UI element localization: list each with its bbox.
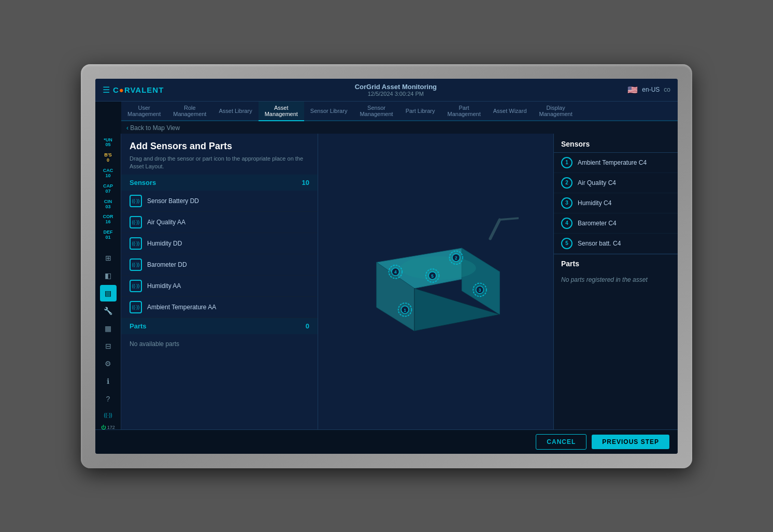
sidebar-un: *UN05 [104, 138, 112, 148]
sensors-count: 10 [302, 179, 309, 186]
tab-role-management[interactable]: RoleManagement [167, 102, 212, 121]
sensor-name: Air Quality AA [147, 219, 185, 226]
top-right: 🇺🇸 en-US co [627, 85, 670, 95]
sensor-list: ((·)) Sensor Battery DD ((·)) Air Qualit… [121, 191, 318, 429]
tab-asset-wizard[interactable]: Asset Wizard [487, 102, 533, 121]
parts-empty: No available parts [121, 334, 318, 354]
sidebar-left: *UN05 B'S0 CAC10 CAP07 CIN03 COR16 DEF01… [95, 134, 121, 429]
list-item: 5 Sensor batt. C4 [554, 234, 678, 254]
parts-count: 0 [306, 322, 309, 330]
locale-flag: 🇺🇸 [627, 85, 638, 95]
sensor-name: Ambient Temperature C4 [578, 159, 647, 166]
svg-text:5: 5 [431, 274, 434, 279]
main-content: *UN05 B'S0 CAC10 CAP07 CIN03 COR16 DEF01… [95, 134, 678, 429]
sidebar-gear-icon[interactable]: ⚙ [100, 355, 117, 372]
sensors-label: Sensors [130, 179, 156, 186]
list-item[interactable]: ((·)) Humidity DD [121, 233, 318, 254]
parts-section-header: Parts 0 [121, 318, 318, 334]
sidebar-cor: COR16 [103, 214, 113, 225]
user-icon[interactable]: co [664, 86, 670, 93]
breadcrumb[interactable]: ‹ Back to Map View [121, 121, 678, 134]
previous-step-button[interactable]: PREVIOUS STEP [592, 435, 669, 449]
tab-sensor-library[interactable]: Sensor Library [304, 102, 354, 121]
no-parts-message: No parts registered in the asset [554, 271, 678, 289]
sensor-name: Sensor Battery DD [147, 197, 199, 205]
sidebar-def: DEF01 [104, 230, 113, 240]
svg-text:2: 2 [455, 256, 457, 261]
sidebar-table-icon[interactable]: ▦ [100, 320, 117, 337]
sensor-name: Air Quality C4 [578, 179, 616, 186]
sensor-icon: ((·)) [130, 237, 142, 250]
sensor-icon: ((·)) [130, 195, 142, 207]
sensor-name: Barometer C4 [578, 220, 617, 227]
panel-subtitle: Drag and drop the sensor or part icon to… [130, 155, 309, 171]
tab-part-library[interactable]: Part Library [399, 102, 441, 121]
panel-left-header: Add Sensors and Parts Drag and drop the … [121, 134, 318, 175]
panel-center: 4 2 5 3 [318, 134, 553, 429]
list-item[interactable]: ((·)) Humidity AA [121, 276, 318, 297]
top-bar: ☰ C●RVALENT CorGrid Asset Monitoring 12/… [95, 79, 678, 102]
sidebar-wrench-icon[interactable]: 🔧 [100, 303, 117, 319]
locale-label[interactable]: en-US [642, 86, 660, 93]
svg-text:4: 4 [394, 270, 397, 275]
sidebar-minus-icon[interactable]: ⊟ [100, 338, 117, 354]
bottom-bar: CANCEL PREVIOUS STEP [95, 429, 678, 454]
sensor-icon: ((·)) [130, 301, 142, 313]
sidebar-icon-group: ⊞ ◧ ▤ 🔧 ▦ ⊟ ⚙ ℹ ? [100, 250, 117, 407]
sensor-name: Humidity AA [147, 282, 181, 290]
svg-text:1: 1 [404, 308, 406, 313]
right-sensors-title: Sensors [554, 134, 678, 153]
list-item[interactable]: ((·)) Sensor Battery DD [121, 191, 318, 212]
center-title: CorGrid Asset Monitoring 12/5/2024 3:00:… [355, 83, 437, 97]
app-title: CorGrid Asset Monitoring [355, 83, 437, 91]
logo-area: ☰ C●RVALENT [103, 85, 164, 95]
sidebar-bs: B'S0 [104, 153, 112, 163]
sidebar-power1: ⏻ 172 [101, 425, 115, 429]
sensor-name: Barometer DD [147, 261, 187, 268]
tab-user-management[interactable]: UserManagement [121, 102, 167, 121]
list-item: 3 Humidity C4 [554, 193, 678, 213]
sensor-badge: 5 [561, 238, 572, 249]
sensor-name: Ambient Temperature AA [147, 304, 216, 311]
sidebar-signal-icon: ((·)) [100, 407, 117, 424]
svg-point-6 [400, 256, 476, 280]
svg-line-1 [499, 218, 519, 220]
sensor-name: Sensor batt. C4 [578, 240, 621, 247]
sensor-name: Humidity C4 [578, 199, 611, 207]
tab-part-management[interactable]: PartManagement [441, 102, 486, 121]
sidebar-help-icon[interactable]: ? [100, 391, 117, 407]
device-frame: ☰ C●RVALENT CorGrid Asset Monitoring 12/… [81, 64, 692, 468]
sidebar-cac: CAC10 [103, 168, 113, 179]
screen: ☰ C●RVALENT CorGrid Asset Monitoring 12/… [95, 79, 678, 454]
hamburger-icon[interactable]: ☰ [103, 85, 110, 95]
cancel-button[interactable]: CANCEL [536, 434, 586, 450]
list-item: 4 Barometer C4 [554, 213, 678, 234]
right-parts-title: Parts [554, 254, 678, 271]
sidebar-panel-icon[interactable]: ◧ [100, 267, 117, 284]
sensor-badge: 1 [561, 157, 572, 168]
nav-tabs: UserManagement RoleManagement Asset Libr… [121, 102, 678, 121]
asset-3d-view[interactable]: 4 2 5 3 [353, 209, 519, 354]
tab-asset-management[interactable]: AssetManagement [259, 102, 304, 121]
sensor-icon: ((·)) [130, 216, 142, 228]
parts-section: Parts 0 No available parts [121, 318, 318, 354]
list-item[interactable]: ((·)) Barometer DD [121, 254, 318, 276]
sensors-section-header: Sensors 10 [121, 175, 318, 191]
sensor-icon: ((·)) [130, 258, 142, 271]
list-item[interactable]: ((·)) Air Quality AA [121, 212, 318, 233]
sensor-icon: ((·)) [130, 280, 142, 292]
list-item: 1 Ambient Temperature C4 [554, 153, 678, 173]
tab-display-management[interactable]: DisplayManagement [533, 102, 579, 121]
sensor-badge: 2 [561, 177, 572, 189]
sidebar-info-icon[interactable]: ℹ [100, 373, 117, 390]
tab-asset-library[interactable]: Asset Library [212, 102, 258, 121]
logo: C●RVALENT [113, 85, 164, 94]
sidebar-list-icon[interactable]: ▤ [100, 285, 117, 301]
tab-sensor-management[interactable]: SensorManagement [353, 102, 399, 121]
sidebar-grid-icon[interactable]: ⊞ [100, 250, 117, 266]
app-datetime: 12/5/2024 3:00:24 PM [355, 91, 437, 97]
list-item[interactable]: ((·)) Ambient Temperature AA [121, 297, 318, 318]
breadcrumb-label: Back to Map View [130, 124, 180, 132]
logo-dot: ● [119, 85, 124, 94]
svg-text:3: 3 [479, 288, 481, 293]
